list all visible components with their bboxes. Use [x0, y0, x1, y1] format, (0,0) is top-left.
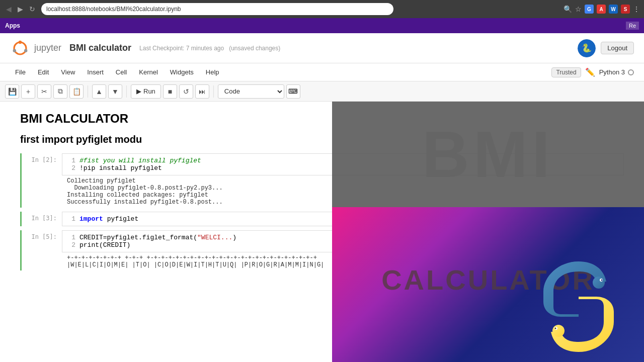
menu-widgets[interactable]: Widgets: [165, 66, 199, 78]
menu-cell[interactable]: Cell: [111, 66, 132, 78]
cell-type-select[interactable]: Code Markdown Raw NBConvert: [218, 84, 284, 99]
nav-buttons: ◀ ▶ ↻: [4, 4, 37, 14]
bmi-overlay: BMI CALCULATOR: [332, 102, 644, 362]
separator-1: [88, 85, 88, 98]
jupyter-logo: jupyter: [10, 38, 61, 58]
toolbar: 💾 + ✂ ⧉ 📋 ▲ ▼ ▶ Run ■ ↺ ⏭ Code Markdown …: [0, 81, 644, 102]
separator-3: [213, 85, 214, 98]
code-text: !pip install pyfiglet: [79, 164, 162, 172]
import-module: pyfiglet: [107, 215, 138, 223]
re-button[interactable]: Re: [626, 22, 639, 30]
bmi-bottom-section: CALCULATOR: [332, 207, 644, 362]
move-down-button[interactable]: ▼: [108, 84, 122, 99]
browser-bar: ◀ ▶ ↻ localhost:8888/notebooks/BMI%20cal…: [0, 0, 644, 18]
run-button[interactable]: ▶ Run: [131, 84, 161, 99]
cell-3-prompt: In [3]:: [22, 212, 62, 226]
separator-2: [126, 85, 127, 98]
chrome-ext-3[interactable]: W: [609, 5, 618, 14]
svg-point-8: [601, 280, 603, 281]
svg-point-9: [552, 325, 565, 337]
svg-point-6: [593, 277, 605, 289]
paste-button[interactable]: 📋: [69, 84, 84, 99]
cut-button[interactable]: ✂: [37, 84, 51, 99]
menu-file[interactable]: File: [10, 66, 31, 78]
svg-point-3: [24, 49, 27, 52]
forward-button[interactable]: ▶: [16, 4, 25, 14]
address-bar[interactable]: localhost:8888/notebooks/BMI%20calculato…: [41, 3, 393, 15]
menu-insert[interactable]: Insert: [82, 66, 109, 78]
trusted-button[interactable]: Trusted: [551, 67, 581, 77]
interrupt-button[interactable]: ■: [163, 84, 177, 99]
credit-code-1: CREDIT=pyfiglet.figlet_format("WELCI...): [79, 234, 236, 241]
svg-point-0: [14, 42, 26, 54]
pencil-icon[interactable]: ✏️: [585, 67, 595, 77]
menu-kernel[interactable]: Kernel: [134, 66, 163, 78]
menu-icon[interactable]: ⋮: [633, 5, 640, 13]
bmi-large-text: BMI: [422, 122, 554, 187]
chrome-ext-1[interactable]: G: [585, 5, 594, 14]
python-icon: 🐍: [578, 39, 596, 57]
cell-2-prompt: In [2]:: [22, 153, 62, 208]
menu-view[interactable]: View: [56, 66, 80, 78]
menu-help[interactable]: Help: [201, 66, 224, 78]
restart-run-button[interactable]: ⏭: [195, 84, 209, 99]
bmi-top-section: BMI: [332, 102, 644, 207]
search-icon[interactable]: 🔍: [564, 5, 572, 13]
jupyter-title: jupyter: [34, 43, 61, 53]
kernel-info: Python 3: [599, 68, 634, 76]
back-button[interactable]: ◀: [4, 4, 14, 14]
copy-button[interactable]: ⧉: [53, 84, 67, 99]
apps-bar: Apps Re: [0, 18, 644, 33]
menu-edit[interactable]: Edit: [33, 66, 54, 78]
browser-icons: 🔍 ☆ G A W S ⋮: [564, 5, 640, 14]
jupyter-logo-icon: [10, 38, 30, 58]
reload-button[interactable]: ↻: [27, 4, 37, 14]
run-icon: ▶: [136, 87, 141, 95]
chrome-ext-4[interactable]: S: [621, 5, 630, 14]
comment-text: #fist you will install pyfiglet: [79, 157, 201, 164]
add-cell-button[interactable]: +: [21, 84, 35, 99]
notebook-title[interactable]: BMI calculator: [69, 43, 131, 53]
kernel-name: Python 3: [599, 68, 625, 76]
menu-right: Trusted ✏️ Python 3: [551, 67, 634, 77]
svg-point-1: [19, 40, 22, 43]
jupyter-header: jupyter BMI calculator Last Checkpoint: …: [0, 33, 644, 63]
save-button[interactable]: 💾: [5, 84, 19, 99]
chrome-ext-2[interactable]: A: [597, 5, 606, 14]
logout-button[interactable]: Logout: [601, 42, 634, 54]
svg-text:🐍: 🐍: [582, 43, 592, 53]
header-right: 🐍 Logout: [578, 39, 634, 57]
checkpoint-info: Last Checkpoint: 7 minutes ago (unsaved …: [139, 45, 280, 52]
credit-code-2: print(CREDIT): [79, 241, 130, 249]
apps-label[interactable]: Apps: [5, 22, 20, 29]
restart-button[interactable]: ↺: [179, 84, 193, 99]
cell-5-prompt: In [5]:: [22, 230, 62, 270]
svg-point-11: [555, 328, 556, 329]
notebook-content: BMI CALCULATOR first import pyfiglet mod…: [0, 102, 644, 362]
python-snake-logo: [528, 256, 629, 357]
star-icon[interactable]: ☆: [575, 5, 582, 13]
svg-point-2: [13, 49, 16, 52]
kernel-status-circle: [628, 69, 634, 75]
import-keyword: import: [79, 215, 103, 223]
keyboard-shortcut-button[interactable]: ⌨: [286, 84, 300, 99]
url-text: localhost:8888/notebooks/BMI%20calculato…: [46, 6, 181, 13]
menu-bar: File Edit View Insert Cell Kernel Widget…: [0, 63, 644, 81]
run-label: Run: [143, 87, 155, 95]
move-up-button[interactable]: ▲: [92, 84, 106, 99]
